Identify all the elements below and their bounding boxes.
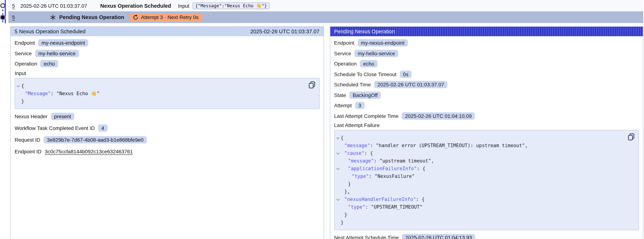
event-input-chip[interactable]: {"Message":"Nexus Echo 👋"}: [193, 2, 270, 9]
field-row: Workflow Task Completed Event ID 4: [15, 124, 320, 132]
field-row: Request ID 3e829b7e-7d67-4b08-aad3-b1e86…: [15, 136, 320, 144]
event-timestamp: 2025-02-26 UTC 01:03:37.07: [20, 3, 100, 8]
event-history-view: 5 2025-02-26 UTC 01:03:37.07 Nexus Opera…: [0, 0, 644, 239]
field-value[interactable]: 3c0c75ccfa8144b092c13ce632463761: [45, 148, 133, 155]
json-line: "applicationFailureInfo": {: [334, 165, 626, 172]
failure-json-viewer: {"message": "handler error (UPSTREAM_TIM…: [334, 130, 639, 230]
json-line: "nexusHandlerFailureInfo": {: [334, 196, 626, 203]
field-value: 2025-02-26 UTC 01:04:13.93: [402, 234, 475, 239]
input-section-label: Input: [15, 70, 320, 76]
json-line: "message": "upstream timeout",: [334, 157, 626, 165]
collapse-chevron-icon[interactable]: [336, 136, 340, 139]
pending-asterisk-icon: [50, 14, 56, 20]
field-label: Next Attempt Schedule Time: [334, 235, 399, 239]
json-line: }: [334, 180, 626, 188]
json-line: "Message": "Nexus Echo 👋": [15, 90, 306, 97]
json-line: }: [334, 218, 626, 226]
json-line: "message": "handler error (UPSTREAM_TIME…: [334, 142, 626, 149]
copy-icon[interactable]: [628, 133, 635, 140]
timeline-node-current-icon: [1, 15, 5, 20]
fields-top: Endpoint my-nexus-endpoint Service my-he…: [334, 39, 639, 120]
json-line: "cause": {: [334, 149, 626, 157]
field-value: 2025-02-26 UTC 01:03:37.07: [374, 81, 448, 88]
field-row: Service my-hello-service: [334, 49, 639, 58]
field-value: my-hello-service: [35, 50, 79, 57]
retry-attempt-badge: Attempt 3 · Next Retry 0s: [129, 13, 202, 21]
field-label: Service: [334, 50, 351, 56]
json-line: "type": "NexusFailure": [334, 172, 626, 180]
field-label: Last Attempt Complete Time: [334, 113, 398, 119]
scheduled-panel-header: 5 Nexus Operation Scheduled 2025-02-26 U…: [10, 26, 324, 36]
collapse-chevron-icon[interactable]: [336, 167, 340, 170]
scheduled-event-panel: 5 Nexus Operation Scheduled 2025-02-26 U…: [10, 26, 324, 239]
field-value: my-hello-service: [354, 50, 398, 57]
field-value: echo: [40, 60, 58, 68]
field-label: Operation: [334, 61, 356, 67]
field-label: State: [334, 92, 346, 98]
event-row-pending[interactable]: 5 Pending Nexus Operation: [8, 11, 643, 23]
field-label: Endpoint: [15, 40, 35, 46]
event-id-link[interactable]: 5: [12, 14, 15, 20]
field-row: Last Attempt Complete Time 2025-02-26 UT…: [334, 112, 639, 120]
panel-title: 5 Nexus Operation Scheduled: [15, 28, 86, 34]
field-label: Endpoint: [334, 40, 354, 46]
field-label: Scheduled Time: [334, 82, 371, 88]
scheduled-panel-body: Endpoint my-nexus-endpoint Service my-he…: [10, 36, 324, 163]
field-row: Nexus Header present: [15, 112, 320, 120]
field-value: echo: [360, 60, 378, 68]
field-value: my-nexus-endpoint: [358, 39, 408, 47]
json-line: {: [334, 134, 626, 142]
collapse-chevron-icon[interactable]: [17, 84, 20, 87]
event-input-label: Input: [178, 3, 189, 8]
event-row-scheduled[interactable]: 5 2025-02-26 UTC 01:03:37.07 Nexus Opera…: [8, 0, 643, 11]
json-line: {: [15, 82, 306, 90]
timeline-node-open-icon: [0, 3, 5, 8]
field-label: Nexus Header: [15, 114, 48, 119]
copy-icon[interactable]: [308, 81, 316, 88]
field-label: Attempt: [334, 103, 352, 108]
input-json-viewer: {"Message": "Nexus Echo 👋"}: [15, 78, 320, 109]
field-row: Operation echo: [334, 60, 639, 68]
fields-after: Next Attempt Schedule Time 2025-02-26 UT…: [334, 234, 639, 239]
field-value: 3e829b7e-7d67-4b08-aad3-b1e868bfe9e0: [44, 136, 147, 144]
field-row: Operation echo: [15, 60, 320, 68]
fields-bottom: Nexus Header present Workflow Task Compl…: [15, 112, 320, 156]
field-value: BackingOff: [349, 92, 381, 99]
field-row: State BackingOff: [334, 91, 639, 99]
pending-panel-body: Endpoint my-nexus-endpoint Service my-he…: [330, 36, 643, 239]
field-row: Endpoint my-nexus-endpoint: [15, 39, 320, 47]
field-value: 3: [355, 102, 365, 109]
retry-icon: [133, 14, 138, 20]
field-row: Next Attempt Schedule Time 2025-02-26 UT…: [334, 234, 639, 239]
collapse-chevron-icon[interactable]: [336, 198, 340, 201]
field-row: Endpoint my-nexus-endpoint: [334, 39, 639, 47]
pending-panel-header: Pending Nexus Operation: [330, 26, 643, 36]
field-value: 2025-02-26 UTC 01:04:10.09: [402, 112, 475, 120]
json-line: },: [334, 188, 626, 196]
field-value: 0s: [400, 71, 412, 78]
timeline-line: [5, 0, 6, 24]
field-label: Operation: [15, 61, 37, 67]
field-label: Request ID: [15, 137, 40, 143]
fields-top: Endpoint my-nexus-endpoint Service my-he…: [15, 39, 320, 68]
retry-badge-text: Attempt 3 · Next Retry 0s: [141, 14, 198, 20]
event-detail-panels: 5 Nexus Operation Scheduled 2025-02-26 U…: [10, 26, 643, 239]
json-line: }: [15, 97, 306, 105]
field-row: Scheduled Time 2025-02-26 UTC 01:03:37.0…: [334, 80, 639, 89]
event-title: Nexus Operation Scheduled: [100, 3, 171, 8]
timeline-dashed-line: [2, 6, 3, 24]
field-row: Service my-hello-service: [15, 49, 320, 58]
field-label: Service: [15, 50, 32, 56]
json-line: "type": "UPSTREAM_TIMEOUT": [334, 203, 626, 211]
collapse-chevron-icon[interactable]: [336, 152, 340, 155]
field-row: Endpoint ID 3c0c75ccfa8144b092c13ce63246…: [15, 147, 320, 156]
field-label: Workflow Task Completed Event ID: [15, 125, 95, 131]
field-row: Schedule To Close Timeout 0s: [334, 70, 639, 78]
field-value: my-nexus-endpoint: [38, 39, 88, 47]
panel-timestamp: 2025-02-26 UTC 01:03:37.07: [250, 28, 320, 34]
event-history-rows: 5 2025-02-26 UTC 01:03:37.07 Nexus Opera…: [8, 0, 643, 23]
timeline-rail: [0, 0, 8, 26]
panel-title: Pending Nexus Operation: [334, 28, 395, 34]
failure-section-label: Last Attempt Failure: [334, 122, 639, 128]
event-id-link[interactable]: 5: [12, 3, 15, 8]
